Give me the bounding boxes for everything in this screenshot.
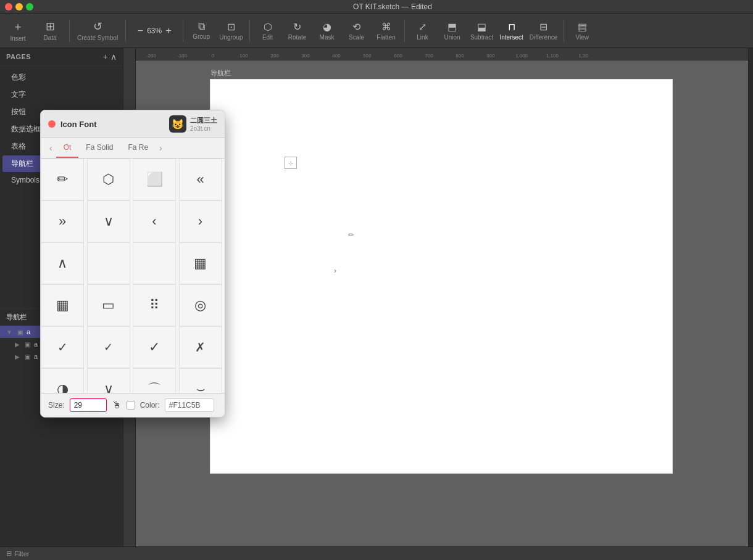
icon-cell-edit[interactable]: ✏ — [41, 159, 84, 200]
icon-cell-calendar-outline[interactable]: ▭ — [87, 284, 130, 326]
view-button[interactable]: ▤ View — [568, 15, 596, 47]
insert-button[interactable]: ＋ Insert — [2, 15, 33, 47]
icon-cell-check[interactable]: ✓ — [133, 326, 176, 368]
close-button[interactable] — [5, 3, 12, 10]
icon-cell-grid[interactable]: ⠿ — [133, 284, 176, 326]
flatten-label: Flatten — [376, 34, 396, 41]
ruler-mark: 0 — [198, 53, 228, 59]
page-item-color[interactable]: 色彩 — [2, 69, 120, 86]
link-button[interactable]: ⤢ Link — [409, 15, 437, 47]
icon-cell-chevron-left[interactable]: ‹ — [133, 200, 176, 242]
popup-close-dot[interactable] — [48, 120, 56, 128]
expand-icon: ▼ — [6, 329, 12, 336]
right-panel — [748, 48, 753, 546]
filter-label: Filter — [14, 550, 29, 558]
icon-cell-chart[interactable]: ▦ — [179, 242, 222, 284]
pages-header-actions[interactable]: + ∧ — [103, 52, 117, 62]
mask-button[interactable]: ◕ Mask — [313, 15, 341, 47]
data-button[interactable]: ⊞ Data — [35, 15, 65, 47]
tab-next-button[interactable]: › — [156, 141, 166, 155]
icon-cell-check-filled[interactable]: ✓ — [41, 326, 84, 368]
icon-cell-double-left[interactable]: « — [179, 159, 222, 200]
window-title: OT KIT.sketch — Edited — [37, 2, 748, 11]
create-symbol-icon: ↺ — [93, 20, 102, 33]
edit-icon: ⬡ — [264, 21, 272, 33]
icon-cell-chevron-right[interactable]: › — [179, 200, 222, 242]
edit-button[interactable]: ⬡ Edit — [254, 15, 282, 47]
layer-label-child1: a — [34, 340, 38, 348]
page-item-typography[interactable]: 文字 — [2, 86, 120, 103]
zoom-control[interactable]: − 63% + — [130, 25, 179, 36]
color-checkbox[interactable] — [127, 401, 135, 410]
minimize-button[interactable] — [15, 3, 23, 10]
zoom-minus-button[interactable]: − — [136, 25, 144, 36]
toolbar: ＋ Insert ⊞ Data ↺ Create Symbol − 63% + … — [0, 14, 753, 48]
scale-label: Scale — [349, 34, 364, 41]
layer-icon-child1: ▣ — [25, 341, 30, 348]
ruler-mark: -200 — [136, 53, 167, 59]
subtract-button[interactable]: ⬓ Subtract — [468, 15, 496, 47]
zoom-value: 63% — [147, 27, 162, 35]
canvas-content[interactable]: 导航栏 ⊹ ✏ › — [136, 60, 748, 546]
scale-button[interactable]: ⟲ Scale — [343, 15, 371, 47]
union-label: Union — [444, 34, 460, 41]
popup-brand-name: 二圆三土 — [190, 116, 217, 125]
cursor-icon[interactable]: 🖱 — [112, 400, 122, 411]
icon-cell-calendar-filled[interactable]: ▦ — [41, 284, 84, 326]
layer-label-child2: a — [34, 353, 38, 360]
ruler-mark: 1,000 — [506, 53, 537, 59]
create-symbol-button[interactable]: ↺ Create Symbol — [73, 15, 122, 47]
filter-input[interactable] — [31, 550, 106, 558]
divider-3 — [183, 20, 183, 42]
filter-section[interactable]: ⊟ Filter — [6, 550, 106, 558]
tab-prev-button[interactable]: ‹ — [46, 141, 56, 155]
popup-brand-info: 二圆三土 2o3t.cn — [190, 116, 217, 132]
icon-cell-apple-filled[interactable] — [87, 242, 130, 284]
icon-cell-dots-circle[interactable]: ◎ — [179, 284, 222, 326]
popup-brand: 😺 二圆三土 2o3t.cn — [169, 115, 217, 133]
artboard-label: 导航栏 — [210, 68, 231, 78]
layer-label: a — [27, 328, 30, 336]
collapse-pages-button[interactable]: ∧ — [110, 52, 117, 62]
link-icon: ⤢ — [418, 21, 426, 33]
color-input[interactable] — [165, 398, 214, 412]
icon-cell-android[interactable]: ⬡ — [87, 159, 130, 200]
window-controls[interactable] — [5, 3, 33, 10]
data-label: Data — [43, 35, 56, 41]
icon-cell-check-circle[interactable]: ✓ — [87, 326, 130, 368]
flatten-button[interactable]: ⌘ Flatten — [372, 15, 401, 47]
ungroup-icon: ⊡ — [227, 21, 235, 33]
union-button[interactable]: ⬒ Union — [438, 15, 467, 47]
rotate-button[interactable]: ↻ Rotate — [283, 15, 312, 47]
popup-tabs: ‹ Ot Fa Solid Fa Re › — [41, 138, 225, 159]
pages-header: PAGES + ∧ — [0, 48, 123, 66]
tab-fa-solid[interactable]: Fa Solid — [78, 138, 120, 158]
ungroup-button[interactable]: ⊡ Ungroup — [217, 15, 245, 47]
ruler-mark: 1,100 — [537, 53, 568, 59]
zoom-plus-button[interactable]: + — [164, 25, 172, 36]
icon-cell-arc-up[interactable]: ⌣ — [179, 368, 222, 393]
icon-cell-arrow-down[interactable]: ∨ — [87, 368, 130, 393]
tab-fa-regular[interactable]: Fa Re — [120, 138, 156, 158]
icon-cell-chevron-down[interactable]: ∨ — [87, 200, 130, 242]
icon-cell-half-circle[interactable]: ◑ — [41, 368, 84, 393]
difference-button[interactable]: ⊟ Difference — [527, 15, 560, 47]
popup-footer: Size: 🖱 Color: — [41, 393, 225, 417]
tab-ot[interactable]: Ot — [56, 138, 79, 158]
group-button[interactable]: ⧉ Group — [187, 15, 215, 47]
popup-title: Icon Font — [60, 120, 164, 129]
icon-cell-arc[interactable]: ⌒ — [133, 368, 176, 393]
ruler-mark: 300 — [290, 53, 321, 59]
size-input[interactable] — [70, 398, 107, 412]
ruler-mark: -100 — [167, 53, 198, 59]
maximize-button[interactable] — [26, 3, 33, 10]
scale-icon: ⟲ — [352, 21, 360, 33]
icon-cell-apple-outline[interactable] — [133, 242, 176, 284]
add-page-button[interactable]: + — [103, 52, 108, 62]
intersect-button[interactable]: ⊓ Intersect — [497, 15, 526, 47]
selection-crosshair: ⊹ — [288, 160, 293, 167]
icon-cell-x-circle[interactable]: ✗ — [179, 326, 222, 368]
icon-cell-square[interactable]: ⬜ — [133, 159, 176, 200]
icon-cell-double-right[interactable]: » — [41, 200, 84, 242]
icon-cell-chevron-up[interactable]: ∧ — [41, 242, 84, 284]
